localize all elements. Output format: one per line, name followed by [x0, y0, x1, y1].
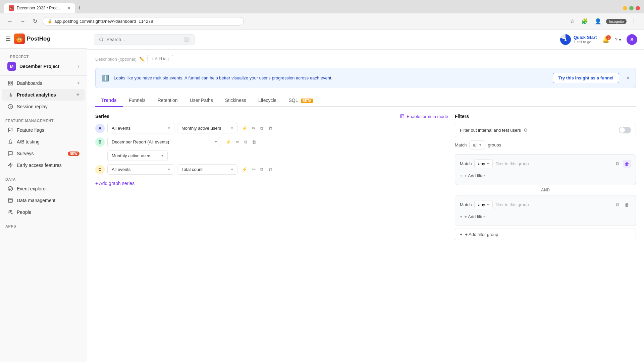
- chevron-down-icon: ▾: [479, 143, 481, 147]
- series-c-delete-button[interactable]: 🗑: [266, 166, 274, 174]
- filter-group-2-delete-button[interactable]: 🗑: [623, 201, 631, 208]
- browser-tab[interactable]: 🦔 December 2023 • Product analy ×: [4, 3, 75, 13]
- zap-icon: [7, 162, 13, 168]
- series-b-metric-select[interactable]: Monthly active users ▾: [107, 150, 168, 161]
- series-b-delete-button[interactable]: 🗑: [250, 138, 258, 146]
- filter-group-2-actions: ⧉ 🗑: [614, 201, 631, 208]
- data-section-label: DATA: [0, 174, 87, 183]
- maximize-button[interactable]: [629, 6, 634, 10]
- series-c-metric-select[interactable]: Total count ▾: [177, 164, 237, 175]
- close-tab-button[interactable]: ×: [68, 5, 70, 11]
- series-c-event-select[interactable]: All events ▾: [107, 164, 174, 175]
- banner-close-button[interactable]: ×: [627, 75, 630, 81]
- sidebar-item-product-analytics[interactable]: Product analytics +: [2, 89, 85, 101]
- series-c-copy-button[interactable]: ⧉: [259, 166, 265, 174]
- tab-user-paths[interactable]: User Paths: [184, 94, 219, 107]
- add-graph-series-button[interactable]: + Add graph series: [95, 178, 135, 189]
- refresh-button[interactable]: ↻: [31, 17, 39, 26]
- filter-settings-icon[interactable]: ⚙: [524, 127, 528, 133]
- minimize-button[interactable]: [623, 6, 627, 10]
- url-text: app.posthog.com/insights/new?dashboard=1…: [54, 19, 153, 24]
- series-a-event-select[interactable]: All events ▾: [107, 123, 174, 133]
- series-a-edit-button[interactable]: ✏: [250, 124, 257, 132]
- sidebar-item-dashboards[interactable]: Dashboards ▾: [2, 77, 85, 89]
- database-icon: [7, 197, 13, 203]
- series-c-edit-button[interactable]: ✏: [250, 166, 257, 174]
- user-avatar-button[interactable]: S: [627, 34, 637, 45]
- sidebar-item-early-access[interactable]: Early access features: [2, 160, 85, 171]
- series-a-delete-button[interactable]: 🗑: [266, 124, 274, 132]
- quick-start-button[interactable]: 1 Quick Start 1 still to go: [560, 34, 597, 45]
- edit-description-icon[interactable]: ✏️: [139, 57, 145, 62]
- tab-stickiness[interactable]: Stickiness: [219, 94, 252, 107]
- tab-trends[interactable]: Trends: [95, 94, 123, 107]
- help-button[interactable]: ? ▾: [615, 37, 621, 42]
- try-as-funnel-button[interactable]: Try this insight as a funnel: [553, 73, 619, 83]
- filter-group-1-any-select[interactable]: any ▾: [474, 159, 493, 168]
- series-row-b-metric: Monthly active users ▾: [107, 150, 448, 161]
- filter-group-2-add-filter-button[interactable]: + + Add filter: [460, 213, 485, 221]
- profile-button[interactable]: 👤: [593, 17, 603, 26]
- project-item[interactable]: M December Project ▾: [5, 60, 82, 73]
- project-section-label: PROJECT: [5, 51, 82, 60]
- hamburger-button[interactable]: ☰: [5, 35, 11, 43]
- sidebar-item-data-management[interactable]: Data management: [2, 195, 85, 206]
- sidebar-item-people[interactable]: People: [2, 206, 85, 218]
- compass-icon: [7, 186, 13, 192]
- series-b-event-select[interactable]: December Report (All events) ▾: [107, 137, 221, 147]
- series-a-filter-button[interactable]: ⚡: [240, 124, 249, 132]
- product-analytics-plus[interactable]: +: [76, 92, 79, 98]
- match-all-select[interactable]: all ▾: [469, 140, 485, 149]
- sidebar-item-event-explorer[interactable]: Event explorer: [2, 183, 85, 194]
- filter-group-1-add-filter-button[interactable]: + + Add filter: [460, 172, 485, 180]
- menu-button[interactable]: ⋮: [629, 17, 639, 26]
- series-b-copy-button[interactable]: ⧉: [243, 138, 249, 146]
- new-tab-button[interactable]: +: [75, 4, 84, 12]
- series-b-filter-button[interactable]: ⚡: [224, 138, 233, 146]
- search-bar[interactable]: _: [94, 34, 195, 45]
- tab-funnels[interactable]: Funnels: [123, 94, 152, 107]
- svg-rect-10: [8, 83, 10, 85]
- series-c-filter-button[interactable]: ⚡: [240, 166, 249, 174]
- filter-group-1-copy-button[interactable]: ⧉: [614, 160, 621, 168]
- sidebar-item-ab-testing[interactable]: A/B testing: [2, 136, 85, 147]
- series-a-metric-select[interactable]: Monthly active users ▾: [177, 123, 237, 133]
- notifications-button[interactable]: 🔔 0: [602, 36, 609, 43]
- sidebar-item-surveys[interactable]: Surveys NEW: [2, 148, 85, 159]
- tab-sql[interactable]: SQL BETA: [282, 94, 319, 107]
- plus-icon: +: [460, 214, 463, 219]
- add-filter-group-button[interactable]: + + Add filter group: [455, 229, 636, 240]
- filter-group-1-delete-button[interactable]: 🗑: [623, 160, 631, 168]
- description-placeholder[interactable]: Description (optional): [95, 57, 137, 62]
- series-title: Series: [95, 114, 109, 119]
- posthog-logo-text: PostHog: [27, 36, 50, 42]
- series-b-edit-button[interactable]: ✏: [234, 138, 241, 146]
- filter-group-2-copy-button[interactable]: ⧉: [614, 201, 621, 208]
- add-tag-button[interactable]: + Add tag: [147, 55, 173, 63]
- sidebar-item-feature-flags[interactable]: Feature flags: [2, 124, 85, 136]
- tab-retention[interactable]: Retention: [152, 94, 184, 107]
- back-button[interactable]: ←: [5, 17, 15, 26]
- chevron-down-icon: ▾: [215, 140, 217, 144]
- play-circle-icon: [7, 104, 13, 110]
- series-a-copy-button[interactable]: ⧉: [259, 124, 265, 132]
- tab-lifecycle[interactable]: Lifecycle: [252, 94, 282, 107]
- data-management-label: Data management: [17, 198, 79, 203]
- address-bar[interactable]: 🔒 app.posthog.com/insights/new?dashboard…: [43, 17, 244, 25]
- internal-filter-toggle[interactable]: [619, 127, 631, 133]
- search-input[interactable]: [106, 37, 181, 42]
- match-label: Match: [455, 142, 467, 147]
- formula-mode-button[interactable]: Enable formula mode: [400, 114, 448, 119]
- chevron-down-icon: ▾: [231, 126, 233, 130]
- extension-button[interactable]: 🧩: [579, 17, 590, 26]
- and-separator: AND: [455, 188, 636, 192]
- chevron-down-icon: ▾: [168, 167, 170, 172]
- forward-button[interactable]: →: [18, 17, 28, 26]
- main-nav-section: Dashboards ▾ Product analytics + Session…: [0, 76, 87, 114]
- ab-testing-label: A/B testing: [17, 139, 79, 144]
- sidebar-item-session-replay[interactable]: Session replay: [2, 101, 85, 112]
- close-window-button[interactable]: [636, 6, 640, 10]
- bookmark-button[interactable]: ☆: [568, 17, 577, 26]
- series-a-actions: ⚡ ✏ ⧉ 🗑: [240, 124, 274, 132]
- filter-group-2-any-select[interactable]: any ▾: [474, 200, 493, 209]
